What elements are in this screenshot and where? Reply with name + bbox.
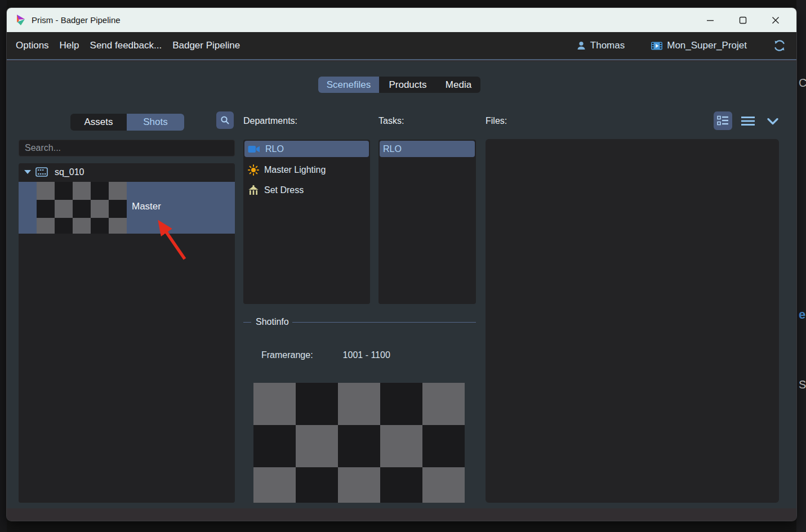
shotinfo-group-title: Shotinfo: [243, 317, 476, 327]
department-item-master-lighting[interactable]: Master Lighting: [244, 162, 369, 178]
background-window-right: C e S: [796, 0, 806, 532]
tab-scenefiles[interactable]: Scenefiles: [318, 77, 379, 93]
background-text-fragment: S: [799, 378, 806, 391]
minimize-icon: [706, 16, 714, 24]
menu-options[interactable]: Options: [16, 40, 49, 51]
sequence-label: sq_010: [55, 167, 84, 177]
refresh-icon[interactable]: [773, 39, 786, 52]
files-header: Files:: [486, 116, 507, 126]
close-icon: [772, 16, 780, 24]
project-icon: [651, 41, 663, 51]
task-item-rlo[interactable]: RLO: [380, 141, 475, 157]
shot-thumbnail-checkerboard: [37, 182, 127, 234]
shotinfo-title: Shotinfo: [251, 317, 292, 327]
framerange-label: Framerange:: [261, 350, 313, 360]
framerange-value: 1001 - 1100: [343, 350, 390, 360]
background-window-left: [0, 0, 7, 532]
detail-view-icon: [717, 115, 729, 126]
sequence-icon: [35, 167, 48, 177]
departments-header: Departments:: [243, 116, 297, 126]
shot-preview-checkerboard: [253, 383, 465, 503]
window-title: Prism - Badger Pipeline: [32, 15, 121, 25]
department-item-rlo[interactable]: RLO: [244, 141, 369, 157]
sequence-row[interactable]: sq_010: [19, 163, 235, 181]
person-icon: [576, 41, 586, 51]
chevron-expanded-icon[interactable]: [24, 170, 31, 174]
tasks-header: Tasks:: [378, 116, 404, 126]
desktop: C e S Prism - Badger Pipeline: [0, 0, 806, 532]
menu-help[interactable]: Help: [60, 40, 79, 51]
current-project[interactable]: Mon_Super_Projet: [651, 40, 747, 51]
menu-send-feedback[interactable]: Send feedback...: [90, 40, 162, 51]
camera-icon: [248, 145, 260, 154]
search-icon: [220, 115, 230, 125]
department-label: Master Lighting: [264, 165, 326, 175]
search-button[interactable]: [216, 111, 234, 129]
tab-products[interactable]: Products: [379, 77, 437, 93]
maximize-icon: [739, 16, 747, 24]
list-view-icon: [741, 115, 755, 127]
list-view-button[interactable]: [739, 113, 757, 129]
menu-badger-pipeline[interactable]: Badger Pipeline: [172, 40, 240, 51]
framerange-row: Framerange: 1001 - 1100: [261, 350, 390, 360]
background-text-fragment: e: [799, 307, 805, 322]
close-button[interactable]: [759, 8, 792, 32]
user-name: Thomas: [590, 40, 625, 51]
prism-logo-icon: [14, 14, 27, 27]
menubar: Options Help Send feedback... Badger Pip…: [7, 32, 796, 60]
groupbox-line: [243, 322, 251, 323]
files-list[interactable]: [486, 139, 779, 503]
sun-icon: [248, 164, 259, 176]
department-label: Set Dress: [264, 185, 304, 195]
detail-view-button[interactable]: [714, 111, 732, 130]
entity-toggle: Assets Shots: [70, 114, 184, 131]
task-label: RLO: [383, 144, 402, 154]
departments-list: RLO Master Lighting: [243, 140, 370, 304]
files-expand-button[interactable]: [766, 116, 780, 126]
toggle-shots[interactable]: Shots: [127, 114, 184, 131]
shot-row-master-selected[interactable]: Master: [19, 182, 235, 234]
set-dress-icon: [248, 185, 259, 195]
app-window: Prism - Badger Pipeline: [7, 8, 796, 521]
shot-tree: sq_010 Master: [19, 163, 235, 503]
background-text-fragment: C: [799, 77, 806, 90]
page-tabs: Scenefiles Products Media: [318, 77, 480, 93]
titlebar[interactable]: Prism - Badger Pipeline: [7, 8, 796, 32]
department-item-set-dress[interactable]: Set Dress: [244, 182, 369, 198]
groupbox-line: [292, 322, 476, 323]
chevron-down-icon: [767, 118, 778, 125]
search-input[interactable]: [19, 140, 235, 157]
window-bottom-edge: [7, 508, 796, 521]
toggle-assets[interactable]: Assets: [70, 114, 127, 131]
tasks-list: RLO: [378, 140, 476, 304]
maximize-button[interactable]: [727, 8, 759, 32]
current-user[interactable]: Thomas: [576, 40, 625, 51]
shot-label: Master: [132, 201, 161, 212]
project-name: Mon_Super_Projet: [667, 40, 747, 51]
department-label: RLO: [265, 144, 284, 154]
minimize-button[interactable]: [694, 8, 727, 32]
tab-media[interactable]: Media: [437, 77, 480, 93]
